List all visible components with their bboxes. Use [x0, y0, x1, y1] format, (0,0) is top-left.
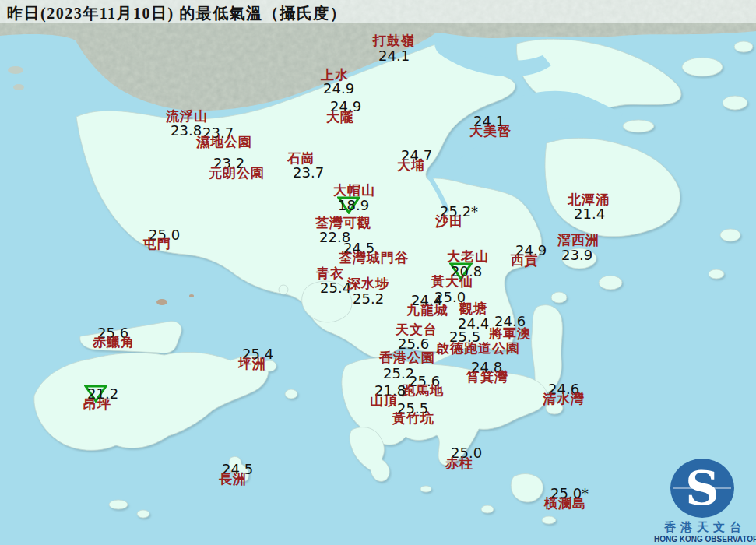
station-name: 香港公園 — [379, 351, 435, 364]
station-name: 大帽山 — [333, 184, 375, 197]
station-name: 元朗公園 — [209, 167, 265, 180]
station-name: 將軍澳 — [489, 327, 531, 340]
station-name: 長洲 — [219, 473, 247, 486]
station-value: 25.2 — [353, 292, 384, 306]
station-name: 深水埗 — [347, 277, 389, 290]
station-name: 清水灣 — [543, 392, 585, 406]
station-name: 大埔 — [397, 159, 425, 172]
svg-text:S: S — [685, 461, 719, 515]
station-name: 北潭涌 — [568, 193, 610, 206]
station-name: 天文台 — [396, 323, 438, 336]
station-name: 觀塘 — [459, 302, 487, 315]
station-value: 24.9 — [323, 82, 354, 96]
station-value: 23.9 — [561, 248, 592, 262]
station-name: 流浮山 — [166, 110, 208, 123]
map-title: 昨日(2023年11月10日) 的最低氣溫（攝氏度） — [7, 3, 346, 24]
station-name: 啟德跑道公園 — [436, 342, 520, 355]
station-name: 赤鱲角 — [93, 336, 135, 349]
station-name: 濕地公園 — [196, 135, 252, 149]
station-name: 九龍城 — [406, 304, 448, 317]
station-name: 大美督 — [469, 125, 512, 138]
hk-min-temp-map: 昨日(2023年11月10日) 的最低氣溫（攝氏度） 24.1打鼓嶺24.9上水… — [0, 0, 756, 545]
hko-logo: S 香港天文台 HONG KONG OBSERVATORY — [654, 452, 756, 543]
station-value: 18.9 — [338, 199, 369, 213]
station-name: 大隴 — [326, 111, 354, 124]
hko-logo-icon: S — [658, 452, 753, 519]
station-name: 橫瀾島 — [544, 497, 586, 510]
station-name: 沙田 — [435, 215, 463, 228]
station-layer: 24.1打鼓嶺24.9上水24.9大隴24.1大美督23.8流浮山23.7濕地公… — [0, 0, 756, 545]
station-name: 赤柱 — [445, 457, 473, 470]
station-value: 25.6 — [398, 337, 429, 351]
station-name: 荃灣可觀 — [315, 216, 371, 230]
station-name: 昂坪 — [83, 398, 111, 411]
station-name: 荃灣城門谷 — [339, 251, 409, 265]
station-name: 大老山 — [447, 250, 489, 263]
station-name: 上水 — [321, 69, 349, 82]
station-value: 24.1 — [378, 49, 410, 63]
station-name: 坪洲 — [238, 357, 266, 371]
station-name: 滘西洲 — [557, 234, 600, 247]
station-value: 23.7 — [293, 166, 324, 180]
station-value: 21.4 — [574, 207, 605, 221]
station-name: 打鼓嶺 — [373, 34, 415, 47]
station-name: 山頂 — [370, 394, 398, 407]
station-name: 跑馬地 — [402, 384, 444, 397]
station-name: 筲箕灣 — [466, 371, 508, 384]
station-name: 黃竹坑 — [392, 412, 434, 425]
station-name: 石崗 — [287, 152, 315, 165]
station-name: 青衣 — [316, 267, 344, 280]
hko-logo-name-en: HONG KONG OBSERVATORY — [654, 535, 756, 543]
station-name: 黃大仙 — [431, 275, 473, 288]
station-name: 西貢 — [511, 254, 539, 267]
station-name: 屯門 — [143, 237, 171, 251]
hko-logo-name-zh: 香港天文台 — [654, 520, 756, 535]
